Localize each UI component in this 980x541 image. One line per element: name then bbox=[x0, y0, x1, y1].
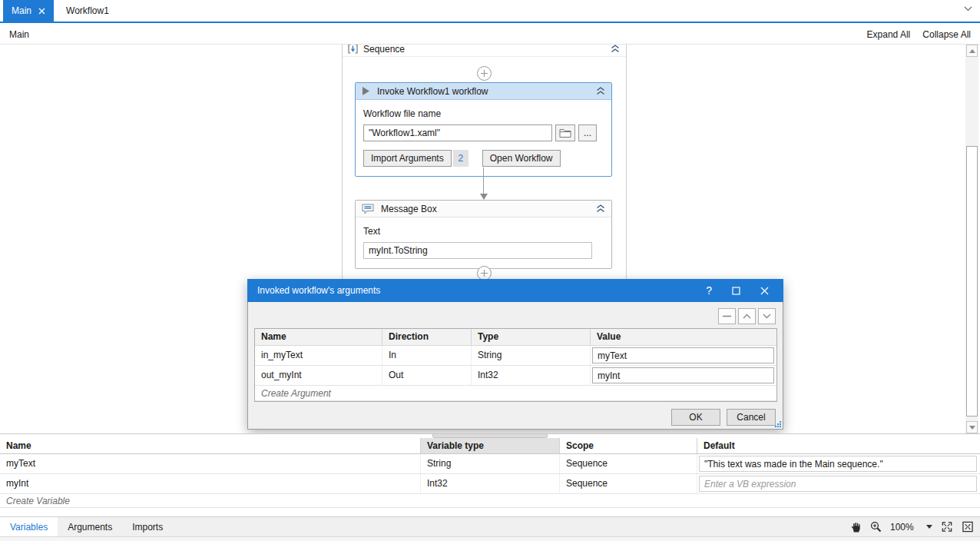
variable-default-input[interactable] bbox=[699, 456, 977, 472]
tab-workflow1[interactable]: Workflow1 bbox=[54, 0, 121, 22]
expand-all-link[interactable]: Expand All bbox=[867, 29, 911, 40]
text-label: Text bbox=[363, 226, 604, 237]
argument-name[interactable]: out_myInt bbox=[255, 366, 382, 385]
message-box-activity[interactable]: Message Box Text bbox=[355, 200, 612, 269]
argument-type[interactable]: Int32 bbox=[472, 366, 591, 385]
collapse-icon[interactable] bbox=[596, 204, 605, 213]
designer-canvas: Sequence Invoke Workflow1 workflow bbox=[0, 45, 980, 433]
panel-splitter-grip[interactable] bbox=[432, 434, 548, 438]
ok-button[interactable]: OK bbox=[671, 409, 720, 426]
column-header-name[interactable]: Name bbox=[255, 329, 382, 345]
dialog-title-bar[interactable]: Invoked workflow's arguments ? bbox=[247, 279, 783, 302]
folder-icon bbox=[559, 128, 571, 138]
import-arguments-button[interactable]: Import Arguments bbox=[363, 150, 452, 167]
close-icon[interactable] bbox=[760, 287, 769, 295]
invoke-workflow-header[interactable]: Invoke Workflow1 workflow bbox=[356, 83, 611, 100]
ellipsis-button[interactable]: ... bbox=[578, 124, 597, 141]
message-text-input[interactable] bbox=[363, 242, 592, 259]
table-row[interactable]: myText String Sequence bbox=[0, 454, 980, 474]
argument-name[interactable]: in_myText bbox=[255, 346, 382, 365]
column-header-default[interactable]: Default bbox=[697, 438, 980, 453]
pan-hand-icon[interactable] bbox=[850, 521, 862, 533]
zoom-icon[interactable] bbox=[870, 521, 882, 533]
message-box-header[interactable]: Message Box bbox=[356, 201, 611, 217]
chevron-down-icon[interactable] bbox=[964, 6, 972, 12]
variable-scope[interactable]: Sequence bbox=[560, 454, 697, 473]
variable-scope[interactable]: Sequence bbox=[560, 474, 697, 493]
column-header-direction[interactable]: Direction bbox=[382, 329, 472, 345]
move-up-button[interactable] bbox=[738, 308, 756, 324]
scroll-up-button[interactable] bbox=[966, 45, 978, 57]
dialog-body: Name Direction Type Value in_myText In S… bbox=[247, 302, 783, 430]
column-header-scope[interactable]: Scope bbox=[560, 438, 697, 453]
chevron-down-icon bbox=[763, 314, 771, 319]
tab-imports[interactable]: Imports bbox=[122, 517, 173, 536]
add-activity-icon[interactable] bbox=[477, 66, 492, 81]
argument-type[interactable]: String bbox=[472, 346, 591, 365]
tab-arguments[interactable]: Arguments bbox=[58, 517, 122, 536]
create-argument-row[interactable]: Create Argument bbox=[255, 386, 776, 401]
argument-direction[interactable]: In bbox=[382, 346, 472, 365]
arguments-table-header: Name Direction Type Value bbox=[255, 329, 776, 346]
breadcrumb[interactable]: Main bbox=[9, 29, 29, 40]
move-down-button[interactable] bbox=[758, 308, 776, 324]
open-workflow-label: Open Workflow bbox=[490, 153, 553, 164]
sequence-header[interactable]: Sequence bbox=[343, 45, 626, 57]
invoked-arguments-dialog: Invoked workflow's arguments ? bbox=[247, 279, 783, 430]
tab-main[interactable]: Main bbox=[3, 0, 54, 22]
column-header-value[interactable]: Value bbox=[591, 329, 776, 345]
variable-default-input[interactable] bbox=[699, 476, 977, 492]
table-row[interactable]: out_myInt Out Int32 bbox=[255, 366, 776, 386]
create-variable-row[interactable]: Create Variable bbox=[0, 494, 980, 508]
maximize-icon[interactable] bbox=[732, 287, 740, 295]
message-box-title: Message Box bbox=[381, 204, 437, 214]
table-row[interactable]: in_myText In String bbox=[255, 346, 776, 366]
invoke-workflow-title: Invoke Workflow1 workflow bbox=[377, 86, 488, 97]
breadcrumb-actions: Expand All Collapse All bbox=[867, 29, 971, 40]
status-strip bbox=[0, 536, 980, 541]
chevron-up-icon bbox=[743, 314, 751, 319]
tab-variables[interactable]: Variables bbox=[0, 517, 58, 536]
argument-value-input[interactable] bbox=[592, 347, 774, 363]
resize-grip-icon[interactable] bbox=[774, 420, 782, 428]
scrollbar-thumb[interactable] bbox=[966, 146, 978, 417]
workflow-file-name-input[interactable] bbox=[363, 124, 552, 141]
bottom-panel-bar: Variables Arguments Imports 100% bbox=[0, 516, 980, 536]
invoke-workflow-activity[interactable]: Invoke Workflow1 workflow Workflow file … bbox=[355, 82, 612, 177]
variable-name[interactable]: myText bbox=[0, 454, 421, 473]
fit-screen-icon[interactable] bbox=[941, 521, 953, 533]
zoom-fit-icon[interactable] bbox=[962, 521, 974, 533]
browse-folder-button[interactable] bbox=[555, 124, 575, 141]
document-tab-bar: Main Workflow1 bbox=[0, 0, 980, 23]
variables-panel: Name Variable type Scope Default myText … bbox=[0, 433, 980, 516]
vertical-scrollbar[interactable] bbox=[965, 45, 978, 433]
argument-direction[interactable]: Out bbox=[382, 366, 472, 385]
collapse-all-link[interactable]: Collapse All bbox=[922, 29, 971, 40]
minus-icon bbox=[723, 315, 731, 317]
column-header-name[interactable]: Name bbox=[0, 438, 421, 453]
variable-type[interactable]: String bbox=[421, 454, 560, 473]
argument-value-input[interactable] bbox=[592, 367, 774, 383]
workflow-designer-window: Main Workflow1 Main Expand All Collapse … bbox=[0, 0, 980, 541]
message-box-icon bbox=[362, 204, 374, 214]
variable-type[interactable]: Int32 bbox=[421, 474, 560, 493]
tab-main-label: Main bbox=[12, 5, 31, 16]
sequence-title: Sequence bbox=[363, 45, 405, 55]
column-header-variable-type[interactable]: Variable type bbox=[421, 438, 560, 453]
collapse-icon[interactable] bbox=[596, 87, 605, 95]
ellipsis-label: ... bbox=[584, 128, 591, 138]
help-icon[interactable]: ? bbox=[706, 284, 712, 297]
message-box-body: Text bbox=[356, 217, 611, 268]
open-workflow-button[interactable]: Open Workflow bbox=[482, 150, 561, 167]
remove-argument-button[interactable] bbox=[718, 308, 736, 324]
close-icon[interactable] bbox=[38, 8, 45, 15]
scroll-down-button[interactable] bbox=[966, 421, 978, 433]
cancel-button[interactable]: Cancel bbox=[727, 409, 776, 426]
collapse-icon[interactable] bbox=[611, 45, 620, 53]
zoom-level[interactable]: 100% bbox=[890, 522, 918, 533]
table-row[interactable]: myInt Int32 Sequence bbox=[0, 474, 980, 494]
column-header-type[interactable]: Type bbox=[472, 329, 591, 345]
zoom-dropdown-caret-icon[interactable] bbox=[926, 525, 932, 529]
ok-label: OK bbox=[689, 412, 702, 423]
variable-name[interactable]: myInt bbox=[0, 474, 421, 493]
